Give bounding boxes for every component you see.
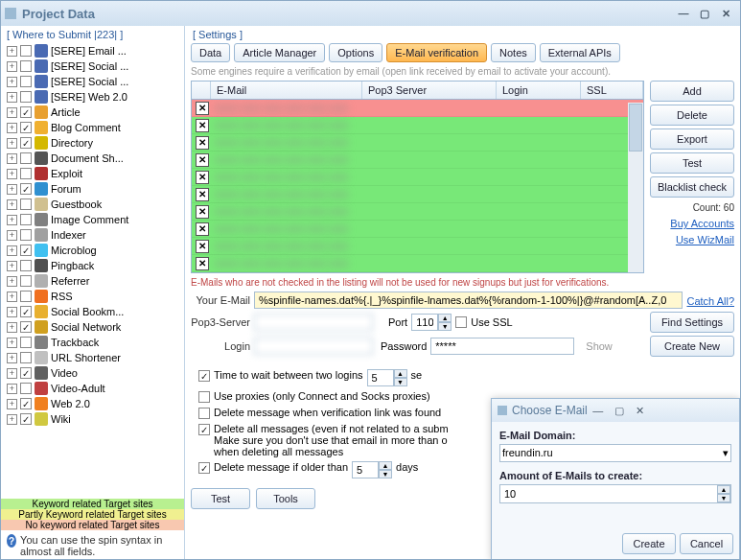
- opt-delold-checkbox[interactable]: ✓: [198, 462, 210, 474]
- item-checkbox[interactable]: [20, 291, 32, 302]
- item-checkbox[interactable]: ✓: [20, 321, 32, 333]
- port-input[interactable]: [411, 314, 438, 331]
- item-checkbox[interactable]: [20, 275, 32, 287]
- tree-item[interactable]: +Pingback: [3, 258, 182, 273]
- export-button[interactable]: Export: [650, 128, 734, 150]
- row-checkbox[interactable]: ✕: [196, 222, 209, 236]
- item-checkbox[interactable]: ✓: [20, 398, 32, 409]
- table-body[interactable]: ✕xxxxx xxxx xxxx xxxx xxxx xxxx✕xxxxx xx…: [192, 100, 643, 272]
- tree-item[interactable]: +[SERE] Email ...: [3, 43, 182, 58]
- email-input[interactable]: [254, 292, 683, 309]
- tools-button[interactable]: Tools: [256, 488, 315, 509]
- opt-wait-checkbox[interactable]: ✓: [198, 370, 210, 382]
- row-checkbox[interactable]: ✕: [196, 171, 209, 184]
- maximize-button[interactable]: ▢: [694, 5, 715, 22]
- expand-icon[interactable]: +: [7, 107, 17, 118]
- opt-wait-spinner[interactable]: ▲▼: [394, 369, 407, 386]
- opt-delold-spinner[interactable]: ▲▼: [379, 461, 392, 478]
- row-checkbox[interactable]: ✕: [196, 240, 209, 253]
- usessl-checkbox[interactable]: [455, 316, 467, 328]
- table-scrollbar[interactable]: [628, 103, 643, 272]
- table-row[interactable]: ✕xxxxx xxxx xxxx xxxx xxxx xxxx: [192, 100, 643, 117]
- amount-input[interactable]: [500, 485, 717, 502]
- expand-icon[interactable]: +: [7, 414, 17, 425]
- expand-icon[interactable]: +: [7, 353, 17, 363]
- item-checkbox[interactable]: ✓: [20, 367, 32, 379]
- expand-icon[interactable]: +: [7, 199, 17, 210]
- table-row[interactable]: ✕xxxxx xxxx xxxx xxxx xxxx xxxx: [192, 221, 643, 238]
- table-row[interactable]: ✕xxxxx xxxx xxxx xxxx xxxx xxxx: [192, 186, 643, 203]
- expand-icon[interactable]: +: [7, 399, 17, 409]
- catchall-link[interactable]: Catch All?: [686, 295, 734, 307]
- tree-item[interactable]: +[SERE] Social ...: [3, 58, 182, 74]
- item-checkbox[interactable]: ✓: [20, 306, 32, 317]
- tree-item[interactable]: +URL Shortener: [3, 350, 182, 365]
- table-row[interactable]: ✕xxxxx xxxx xxxx xxxx xxxx xxxx: [192, 238, 643, 255]
- tree-item[interactable]: +Referrer: [3, 273, 182, 289]
- tab-article-manager[interactable]: Article Manager: [234, 43, 325, 62]
- row-checkbox[interactable]: ✕: [196, 119, 209, 132]
- item-checkbox[interactable]: [20, 260, 32, 271]
- table-row[interactable]: ✕xxxxx xxxx xxxx xxxx xxxx xxxx: [192, 203, 643, 221]
- row-checkbox[interactable]: ✕: [196, 205, 209, 219]
- expand-icon[interactable]: +: [7, 46, 17, 57]
- row-checkbox[interactable]: ✕: [196, 257, 209, 270]
- item-checkbox[interactable]: [20, 198, 32, 210]
- col-email[interactable]: E-Mail: [211, 82, 362, 99]
- use-wizmail-link[interactable]: Use WizMail: [650, 234, 734, 245]
- row-checkbox[interactable]: ✕: [196, 102, 209, 115]
- tree-item[interactable]: +Exploit: [3, 166, 182, 181]
- domain-select[interactable]: freundin.ru ▾: [499, 444, 731, 462]
- expand-icon[interactable]: +: [7, 138, 17, 149]
- tree-item[interactable]: +[SERE] Social ...: [3, 74, 182, 89]
- expand-icon[interactable]: +: [7, 307, 17, 317]
- tree-item[interactable]: +✓Wiki: [3, 411, 182, 427]
- tree-item[interactable]: +✓Directory: [3, 135, 182, 151]
- expand-icon[interactable]: +: [7, 245, 17, 256]
- expand-icon[interactable]: +: [7, 92, 17, 103]
- expand-icon[interactable]: +: [7, 215, 17, 225]
- dialog-min-button[interactable]: —: [588, 402, 609, 419]
- tree-item[interactable]: +Video-Adult: [3, 381, 182, 396]
- item-checkbox[interactable]: [20, 45, 32, 57]
- tab-external-apis[interactable]: External APIs: [540, 43, 620, 62]
- expand-icon[interactable]: +: [7, 61, 17, 72]
- col-ssl[interactable]: SSL: [581, 82, 643, 99]
- col-pop3[interactable]: Pop3 Server: [362, 82, 497, 99]
- tab-notes[interactable]: Notes: [491, 43, 536, 62]
- tree-item[interactable]: +✓Social Network: [3, 319, 182, 335]
- tree-item[interactable]: +Image Comment: [3, 212, 182, 227]
- expand-icon[interactable]: +: [7, 276, 17, 287]
- buy-accounts-link[interactable]: Buy Accounts: [650, 218, 734, 229]
- item-checkbox[interactable]: [20, 337, 32, 348]
- amount-spinner[interactable]: ▲▼: [717, 485, 730, 502]
- port-spinner[interactable]: ▲▼: [438, 314, 452, 331]
- find-settings-button[interactable]: Find Settings: [650, 312, 734, 333]
- tree-item[interactable]: +[SERE] Web 2.0: [3, 89, 182, 105]
- tree-item[interactable]: +✓Web 2.0: [3, 396, 182, 411]
- item-checkbox[interactable]: ✓: [20, 183, 32, 195]
- show-link[interactable]: Show: [586, 340, 613, 352]
- row-checkbox[interactable]: ✕: [196, 136, 209, 150]
- create-new-button[interactable]: Create New: [650, 336, 734, 357]
- item-checkbox[interactable]: [20, 214, 32, 225]
- category-tree[interactable]: +[SERE] Email ...+[SERE] Social ...+[SER…: [1, 43, 184, 499]
- dialog-close-button[interactable]: ✕: [630, 402, 651, 419]
- test-button[interactable]: Test: [650, 152, 734, 174]
- tab-data[interactable]: Data: [191, 43, 230, 62]
- row-checkbox[interactable]: ✕: [196, 153, 209, 167]
- item-checkbox[interactable]: [20, 60, 32, 72]
- opt-proxies-checkbox[interactable]: [198, 391, 210, 403]
- item-checkbox[interactable]: [20, 229, 32, 241]
- login-input[interactable]: [254, 338, 373, 355]
- item-checkbox[interactable]: [20, 383, 32, 394]
- expand-icon[interactable]: +: [7, 338, 17, 348]
- pop3-input[interactable]: [254, 314, 373, 331]
- row-checkbox[interactable]: ✕: [196, 188, 209, 201]
- item-checkbox[interactable]: ✓: [20, 122, 32, 133]
- expand-icon[interactable]: +: [7, 384, 17, 394]
- tree-item[interactable]: +✓Video: [3, 365, 182, 381]
- opt-delall-checkbox[interactable]: ✓: [198, 424, 210, 435]
- tree-item[interactable]: +✓Blog Comment: [3, 120, 182, 135]
- table-row[interactable]: ✕xxxxx xxxx xxxx xxxx xxxx xxxx: [192, 152, 643, 169]
